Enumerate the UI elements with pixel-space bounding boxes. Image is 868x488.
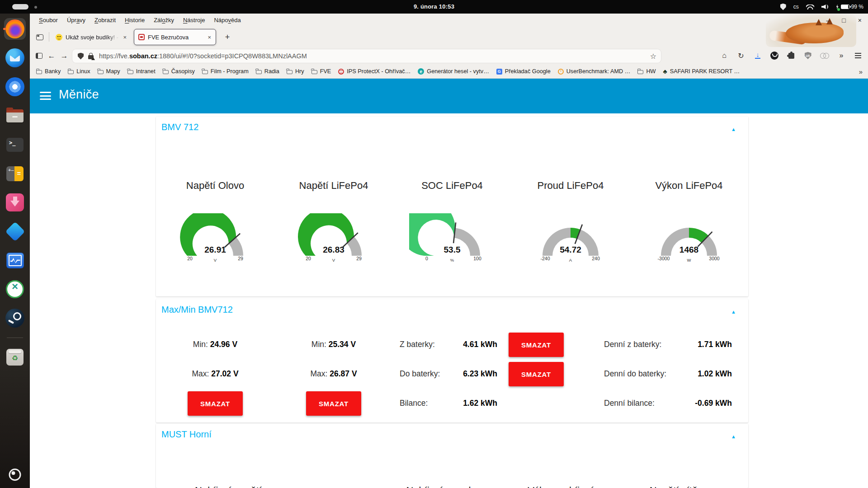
bookmark-item-6[interactable]: Radia xyxy=(252,65,283,78)
tab-close-icon[interactable]: × xyxy=(207,34,212,41)
bookmark-item-3[interactable]: Intranet xyxy=(124,65,159,78)
gauge-max-label: 29 xyxy=(238,256,243,261)
dashboard-menu-button[interactable] xyxy=(40,92,51,100)
toolbar-overflow-button[interactable]: » xyxy=(835,49,848,62)
gauge-value: 53.5 xyxy=(444,245,461,254)
pocket-button[interactable] xyxy=(768,49,781,62)
reload-button[interactable]: ↻ xyxy=(735,49,747,62)
gdebi-icon xyxy=(6,193,24,211)
bookmark-item-10[interactable]: eGenerátor hesel - vytv… xyxy=(414,65,493,78)
sidebar-toggle-button[interactable] xyxy=(33,50,45,62)
folder-icon xyxy=(98,70,104,74)
bookmark-item-5[interactable]: Film - Program xyxy=(198,65,252,78)
dock-item-chromium[interactable] xyxy=(3,76,27,98)
folder-icon xyxy=(163,70,169,74)
system-clock[interactable]: 9. února 10:53 xyxy=(414,0,454,14)
bookmark-item-14[interactable]: ♣SAFARI PARK RESORT … xyxy=(660,65,744,78)
gauge-min-label: -3000 xyxy=(658,256,670,261)
bookmark-label: UserBenchmark: AMD … xyxy=(566,68,631,75)
battery-percent: 99 % xyxy=(851,4,863,10)
tab-fve-bezrucova[interactable]: FVE Bezručova × xyxy=(134,29,216,45)
home-button[interactable]: ⌂ xyxy=(718,49,731,62)
bookmark-item-13[interactable]: HW xyxy=(634,65,659,78)
workspace-pill[interactable] xyxy=(12,4,28,9)
collapse-arrow-icon[interactable]: ▲ xyxy=(731,309,736,314)
dock-items xyxy=(0,14,30,368)
bookmark-item-4[interactable]: Časopisy xyxy=(159,65,198,78)
dock-item-calculator[interactable] xyxy=(3,163,27,184)
smazat-button-olovo[interactable]: SMAZAT xyxy=(188,391,243,416)
forward-button[interactable]: → xyxy=(58,50,71,62)
dock-item-trash[interactable] xyxy=(3,346,27,368)
tab-forum[interactable]: Ukáž svoje budíky! - Fórum × xyxy=(52,29,131,45)
folder-icon xyxy=(36,70,42,74)
menu-item-4[interactable]: Záložky xyxy=(149,14,179,27)
smazat-button-z-baterky[interactable]: SMAZAT xyxy=(509,333,564,357)
firefox-icon xyxy=(5,19,24,38)
max-olovo-text: Max: 27.02 V xyxy=(156,369,274,379)
url-bar[interactable]: https://fve.soban.cz:1880/ui/#!/0?socket… xyxy=(72,49,661,63)
dock-item-gdebi[interactable] xyxy=(3,192,27,213)
dock-item-kodi[interactable] xyxy=(3,221,27,242)
tab-bar: Ukáž svoje budíky! - Fórum × FVE Bezručo… xyxy=(30,27,868,47)
bookmarks-overflow-chevron[interactable]: » xyxy=(859,68,863,75)
bookmark-item-11[interactable]: GPřekladač Google xyxy=(493,65,554,78)
menu-item-1[interactable]: Úpravy xyxy=(62,14,90,27)
bookmark-item-8[interactable]: FVE xyxy=(308,65,335,78)
bookmark-item-0[interactable]: Banky xyxy=(33,65,64,78)
menu-item-6[interactable]: Nápověda xyxy=(209,14,245,27)
dock-item-thunderbird[interactable] xyxy=(3,47,27,69)
close-button[interactable]: × xyxy=(858,17,862,23)
calculator-icon xyxy=(6,166,24,181)
ublock-button[interactable]: U0 xyxy=(802,49,814,62)
menu-item-2[interactable]: Zobrazit xyxy=(90,14,120,27)
collapse-arrow-icon[interactable]: ▲ xyxy=(731,434,736,439)
gauge-title: Napětí LiFePo4 xyxy=(274,180,393,192)
dock-item-files[interactable] xyxy=(3,105,27,127)
app-menu-button[interactable] xyxy=(852,49,864,62)
containers-button[interactable] xyxy=(818,49,831,62)
bookmark-item-1[interactable]: Linux xyxy=(64,65,94,78)
menu-item-3[interactable]: Historie xyxy=(120,14,149,27)
new-tab-button[interactable]: + xyxy=(222,31,233,43)
padlock-icon[interactable] xyxy=(88,55,94,59)
folder-icon xyxy=(637,70,643,74)
max-lifepo4-text: Max: 26.87 V xyxy=(274,369,393,379)
gauge-value: 26.83 xyxy=(323,245,344,254)
workspace-dot[interactable] xyxy=(34,6,37,9)
maximize-button[interactable]: □ xyxy=(842,17,845,23)
downloads-button[interactable]: ↓ xyxy=(751,49,764,62)
sysmonitor-icon xyxy=(7,253,24,268)
smazat-button-do-baterky[interactable]: SMAZAT xyxy=(509,362,564,386)
extensions-button[interactable] xyxy=(785,49,797,62)
show-apps-logo-icon[interactable] xyxy=(9,469,21,481)
dock-item-firefox[interactable] xyxy=(3,18,27,40)
menu-item-0[interactable]: Soubor xyxy=(34,14,62,27)
tab-close-icon[interactable]: × xyxy=(123,34,127,41)
dock-item-steam[interactable] xyxy=(3,307,27,329)
ips-icon xyxy=(338,69,344,75)
bookmark-item-2[interactable]: Mapy xyxy=(94,65,124,78)
bookmark-item-12[interactable]: UserBenchmark: AMD … xyxy=(554,65,634,78)
folder-icon xyxy=(256,70,262,74)
firefox-view-button[interactable] xyxy=(33,31,46,43)
gauge-unit: V xyxy=(214,258,217,263)
smazat-button-lifepo4[interactable]: SMAZAT xyxy=(306,391,361,416)
bookmark-item-9[interactable]: IPS ProtectX - Ohřívač… xyxy=(335,65,414,78)
menu-item-5[interactable]: Nástroje xyxy=(179,14,209,27)
clipped-label: Napětí sítě xyxy=(650,485,698,488)
url-suffix: :1880/ui/#!/0?socketid=p3ICPQ8W883LMNzlA… xyxy=(157,52,307,60)
keyboard-layout-indicator[interactable]: cs xyxy=(793,4,799,10)
dock-item-terminal[interactable] xyxy=(3,134,27,155)
bookmark-star-icon[interactable]: ☆ xyxy=(650,52,656,61)
min-olovo-text: Min: 24.96 V xyxy=(156,340,274,349)
trash-icon xyxy=(6,349,24,366)
back-button[interactable]: ← xyxy=(45,50,58,62)
dock-item-sysmonitor[interactable] xyxy=(3,249,27,271)
minimize-button[interactable]: – xyxy=(826,17,830,23)
tracking-protection-shield-icon[interactable] xyxy=(78,53,84,60)
gauge-max-label: 100 xyxy=(473,256,481,261)
dock-item-xapp[interactable] xyxy=(3,278,27,300)
bookmark-item-7[interactable]: Hry xyxy=(283,65,308,78)
system-tray[interactable]: cs 99 % xyxy=(780,0,863,14)
